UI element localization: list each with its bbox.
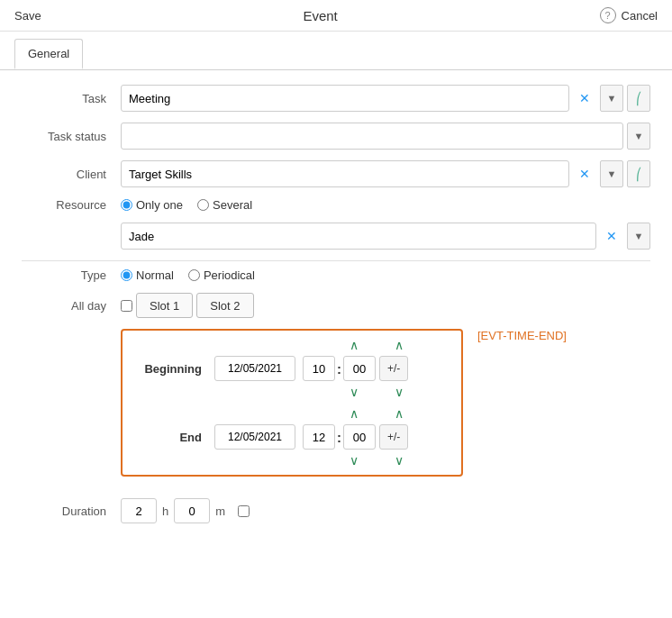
all-day-row: All day Slot 1 Slot 2 [22, 293, 650, 318]
end-plus-minus-button[interactable]: +/- [379, 424, 408, 450]
task-dropdown-icon[interactable]: ▼ [600, 85, 623, 112]
beginning-hour-up-arrow[interactable]: ∧ [338, 338, 370, 352]
duration-m-unit: m [215, 504, 225, 518]
end-hour-down-arrow[interactable]: ∨ [338, 453, 370, 468]
end-hour-input[interactable] [303, 424, 335, 450]
resource-dropdown-icon[interactable]: ▼ [627, 223, 650, 250]
client-dropdown-icon[interactable]: ▼ [600, 160, 623, 187]
header: Save Event ? Cancel [0, 0, 672, 32]
beginning-row: Beginning : +/- [133, 356, 450, 381]
resource-input-row: ✕ ▼ [121, 223, 650, 250]
end-hour-up-arrow[interactable]: ∧ [338, 406, 370, 421]
type-normal-radio[interactable] [121, 269, 132, 281]
page-title: Event [303, 8, 337, 23]
type-normal-option[interactable]: Normal [121, 268, 174, 282]
task-status-control: ▼ [121, 123, 650, 150]
duration-label: Duration [22, 504, 121, 518]
client-clear-icon[interactable]: ✕ [573, 160, 596, 187]
resource-clear-icon[interactable]: ✕ [600, 223, 623, 250]
type-label: Type [22, 268, 121, 282]
slot1-button[interactable]: Slot 1 [136, 293, 193, 318]
cancel-button[interactable]: Cancel [622, 9, 658, 23]
duration-h-input[interactable] [121, 498, 157, 523]
client-row: Client ✕ ▼ ⎛ [22, 160, 650, 187]
all-day-control: Slot 1 Slot 2 [121, 293, 650, 318]
duration-m-input[interactable] [174, 498, 210, 523]
save-button[interactable]: Save [14, 9, 41, 23]
all-day-checkbox[interactable] [121, 300, 132, 312]
time-section-box: ∧ ∧ Beginning : +/- ∨ ∨ [121, 329, 463, 477]
tab-general[interactable]: General [14, 39, 83, 69]
resource-only-one-option[interactable]: Only one [121, 198, 183, 212]
task-input[interactable] [121, 85, 569, 112]
end-down-arrows: ∨ ∨ [214, 453, 450, 468]
type-row: Type Normal Periodical [22, 268, 650, 282]
client-input[interactable] [121, 160, 569, 187]
type-periodical-label: Periodical [204, 268, 255, 282]
beginning-min-input[interactable] [343, 356, 376, 381]
cancel-group: ? Cancel [600, 7, 658, 23]
resource-only-one-label: Only one [136, 198, 183, 212]
duration-checkbox[interactable] [238, 505, 250, 517]
resource-several-option[interactable]: Several [197, 198, 252, 212]
all-day-label: All day [22, 299, 121, 313]
form-body: Task ✕ ▼ ⎛ Task status ▼ Client ✕ ▼ ⎛ Re… [0, 70, 672, 549]
help-icon[interactable]: ? [600, 7, 616, 23]
type-periodical-radio[interactable] [188, 269, 200, 281]
task-status-label: Task status [22, 130, 121, 143]
beginning-date-input[interactable] [214, 356, 295, 381]
end-date-input[interactable] [214, 424, 295, 450]
duration-row: Duration h m [22, 498, 650, 523]
end-up-arrows: ∧ ∧ [214, 406, 450, 421]
client-label: Client [22, 168, 121, 181]
slot2-button[interactable]: Slot 2 [196, 293, 253, 318]
evt-time-end-label: [EVT-TIME-END] [477, 329, 567, 342]
resource-label: Resource [22, 198, 121, 212]
task-status-row: Task status ▼ [22, 123, 650, 150]
beginning-down-arrows: ∨ ∨ [214, 385, 450, 399]
tabs-bar: General [0, 32, 672, 70]
beginning-label: Beginning [133, 362, 214, 376]
beginning-up-arrows: ∧ ∧ [214, 338, 450, 352]
resource-several-radio[interactable] [197, 199, 209, 211]
end-min-down-arrow[interactable]: ∨ [383, 453, 415, 468]
task-edit-icon[interactable]: ⎛ [627, 85, 650, 112]
task-clear-icon[interactable]: ✕ [573, 85, 596, 112]
task-row: Task ✕ ▼ ⎛ [22, 85, 650, 112]
type-normal-label: Normal [136, 268, 174, 282]
end-min-input[interactable] [343, 424, 376, 450]
end-label: End [133, 431, 214, 444]
end-row: End : +/- [133, 424, 450, 450]
beginning-hour-input[interactable] [303, 356, 335, 381]
all-day-checkbox-label[interactable] [121, 300, 132, 312]
beginning-hour-down-arrow[interactable]: ∨ [338, 385, 370, 399]
duration-h-unit: h [162, 504, 168, 518]
time-full-row: ∧ ∧ Beginning : +/- ∨ ∨ [22, 329, 650, 487]
beginning-colon: : [335, 361, 343, 377]
resource-several-label: Several [213, 198, 252, 212]
type-periodical-option[interactable]: Periodical [188, 268, 255, 282]
resource-radio-group: Only one Several [121, 198, 650, 212]
client-control: ✕ ▼ ⎛ [121, 160, 650, 187]
type-radio-group: Normal Periodical [121, 268, 650, 282]
beginning-min-down-arrow[interactable]: ∨ [383, 385, 415, 399]
task-status-input[interactable] [121, 123, 623, 150]
divider-1 [22, 260, 650, 261]
task-status-dropdown-icon[interactable]: ▼ [627, 123, 650, 150]
beginning-plus-minus-button[interactable]: +/- [379, 356, 408, 381]
end-min-up-arrow[interactable]: ∧ [383, 406, 415, 421]
resource-input[interactable] [121, 223, 596, 250]
client-edit-icon[interactable]: ⎛ [627, 160, 650, 187]
resource-row: Resource Only one Several [22, 198, 650, 212]
task-label: Task [22, 92, 121, 105]
end-colon: : [335, 430, 343, 445]
resource-only-one-radio[interactable] [121, 199, 132, 211]
beginning-min-up-arrow[interactable]: ∧ [383, 338, 415, 352]
task-control: ✕ ▼ ⎛ [121, 85, 650, 112]
